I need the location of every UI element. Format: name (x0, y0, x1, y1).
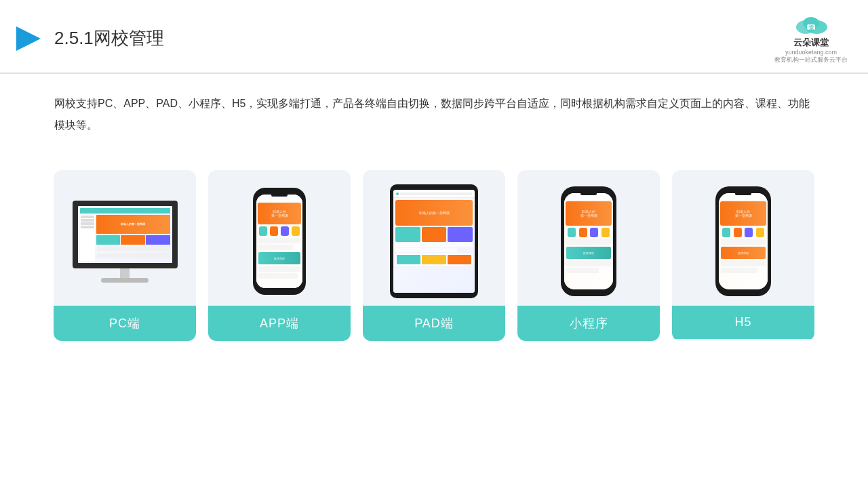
svg-text:堂: 堂 (809, 24, 814, 30)
card-pad: 职场人的第一堂网课 (363, 170, 505, 341)
app-label: APP端 (208, 306, 351, 341)
logo-name: 云朵课堂 (793, 37, 829, 49)
play-icon (14, 24, 43, 54)
card-pc: 职场人的第一堂网课 (54, 170, 196, 341)
miniprogram-phone-mockup: 职场人的第一堂网课 推荐课程 (561, 186, 616, 296)
pad-image-area: 职场人的第一堂网课 (363, 170, 505, 306)
description-text: 网校支持PC、APP、PAD、小程序、H5，实现多端打通，产品各终端自由切换，数… (0, 74, 868, 143)
pc-monitor: 职场人的第一堂网课 (73, 201, 178, 283)
card-h5: 职场人的第一堂网课 推荐课程 (672, 170, 814, 341)
miniprogram-image-area: 职场人的第一堂网课 推荐课程 (517, 170, 660, 306)
h5-label: H5 (672, 306, 814, 339)
app-phone-mockup: 职场人的第一堂网课 推荐课程 (253, 188, 306, 295)
platform-cards: 职场人的第一堂网课 (0, 150, 868, 354)
logo-area: 堂 云朵课堂 yunduoketang.com 教育机构一站式服务云平台 (774, 12, 848, 64)
pad-tablet-mockup: 职场人的第一堂网课 (390, 184, 478, 298)
logo-cloud-icon: 堂 (792, 12, 830, 37)
pc-image-area: 职场人的第一堂网课 (54, 170, 196, 306)
header-left: 2.5.1网校管理 (14, 24, 164, 54)
card-miniprogram: 职场人的第一堂网课 推荐课程 (517, 170, 660, 341)
page-title: 2.5.1网校管理 (54, 26, 164, 50)
page-header: 2.5.1网校管理 堂 云朵课堂 yunduoketang.com 教育机构一站… (0, 0, 868, 74)
svg-marker-0 (16, 26, 41, 51)
miniprogram-label: 小程序 (517, 306, 660, 341)
pad-label: PAD端 (363, 306, 505, 341)
app-image-area: 职场人的第一堂网课 推荐课程 (208, 170, 351, 306)
logo-url: yunduoketang.com (785, 49, 837, 56)
pc-label: PC端 (54, 306, 196, 341)
card-app: 职场人的第一堂网课 推荐课程 (208, 170, 351, 341)
h5-image-area: 职场人的第一堂网课 推荐课程 (672, 170, 814, 306)
logo-tagline: 教育机构一站式服务云平台 (774, 56, 848, 64)
monitor-screen: 职场人的第一堂网课 (73, 201, 178, 268)
h5-phone-mockup: 职场人的第一堂网课 推荐课程 (715, 186, 771, 296)
